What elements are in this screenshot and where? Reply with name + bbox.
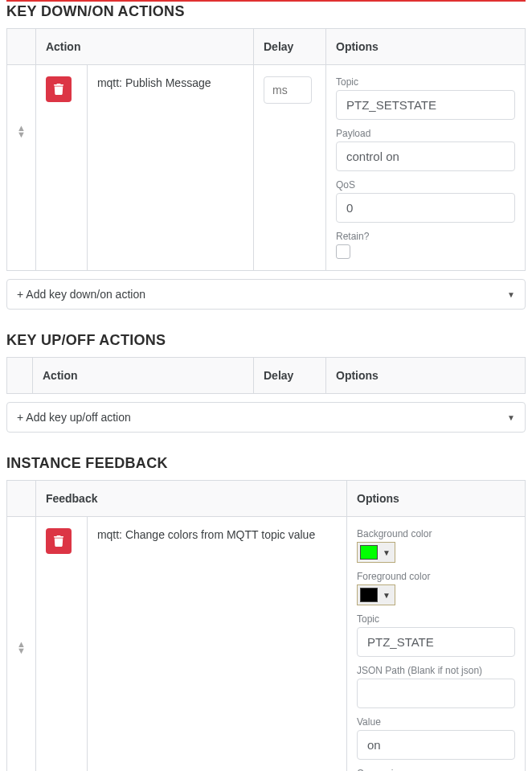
header-drag (7, 29, 36, 65)
add-key-up-label: + Add key up/off action (17, 411, 131, 424)
fb-topic-input[interactable] (357, 627, 515, 657)
delete-feedback-button[interactable] (46, 528, 72, 554)
jsonpath-label: JSON Path (Blank if not json) (357, 665, 515, 676)
value-input[interactable] (357, 730, 515, 760)
key-down-actions-table: Action Delay Options ▲▼ mqtt: Publish Me… (6, 28, 526, 271)
trash-icon (53, 84, 64, 95)
jsonpath-input[interactable] (357, 679, 515, 708)
action-name: mqtt: Publish Message (87, 65, 253, 271)
action-row: ▲▼ mqtt: Publish Message Topic Payload Q… (7, 65, 526, 271)
header-action: Action (35, 29, 253, 65)
drag-handle-icon[interactable]: ▲▼ (17, 76, 26, 137)
add-key-up-action-button[interactable]: + Add key up/off action ▼ (6, 402, 526, 433)
header-options: Options (326, 358, 526, 394)
add-key-down-label: + Add key down/on action (17, 288, 145, 301)
section-title-key-down: KEY DOWN/ON ACTIONS (6, 0, 526, 20)
bg-color-label: Background color (357, 528, 515, 539)
header-options: Options (326, 29, 526, 65)
qos-label: QoS (336, 179, 515, 191)
topic-label: Topic (336, 76, 515, 88)
feedback-row: ▲▼ mqtt: Change colors from MQTT topic v… (7, 517, 526, 772)
header-feedback: Feedback (35, 481, 346, 517)
chevron-down-icon: ▼ (381, 548, 392, 557)
add-key-down-action-button[interactable]: + Add key down/on action ▼ (6, 279, 526, 310)
value-label: Value (357, 716, 515, 728)
header-drag (7, 358, 33, 394)
fg-color-label: Foreground color (357, 571, 515, 582)
trash-icon (53, 535, 64, 547)
qos-input[interactable] (336, 193, 515, 223)
comparison-label: Comparison (357, 768, 515, 771)
payload-label: Payload (336, 128, 515, 139)
bg-color-picker[interactable]: ▼ (357, 542, 395, 563)
delay-input[interactable] (264, 76, 312, 104)
key-up-actions-table: Action Delay Options (6, 357, 526, 394)
feedback-table: Feedback Options ▲▼ mqtt: Change colors … (6, 480, 526, 771)
header-options: Options (347, 481, 526, 517)
chevron-down-icon: ▼ (507, 290, 515, 299)
fg-color-swatch (360, 588, 378, 602)
payload-input[interactable] (336, 141, 515, 171)
section-title-key-up: KEY UP/OFF ACTIONS (6, 332, 526, 349)
delete-action-button[interactable] (46, 76, 72, 102)
header-delay: Delay (254, 29, 326, 65)
bg-color-swatch (360, 545, 378, 560)
header-drag (7, 481, 36, 517)
retain-label: Retain? (336, 231, 515, 242)
header-delay: Delay (254, 358, 326, 394)
fb-topic-label: Topic (357, 613, 515, 625)
drag-handle-icon[interactable]: ▲▼ (17, 528, 26, 654)
chevron-down-icon: ▼ (507, 413, 515, 422)
retain-checkbox[interactable] (336, 244, 350, 259)
section-title-feedback: INSTANCE FEEDBACK (6, 455, 526, 472)
chevron-down-icon: ▼ (381, 591, 392, 600)
header-action: Action (33, 358, 254, 394)
fg-color-picker[interactable]: ▼ (357, 584, 395, 605)
topic-input[interactable] (336, 90, 515, 120)
feedback-name: mqtt: Change colors from MQTT topic valu… (87, 517, 346, 772)
